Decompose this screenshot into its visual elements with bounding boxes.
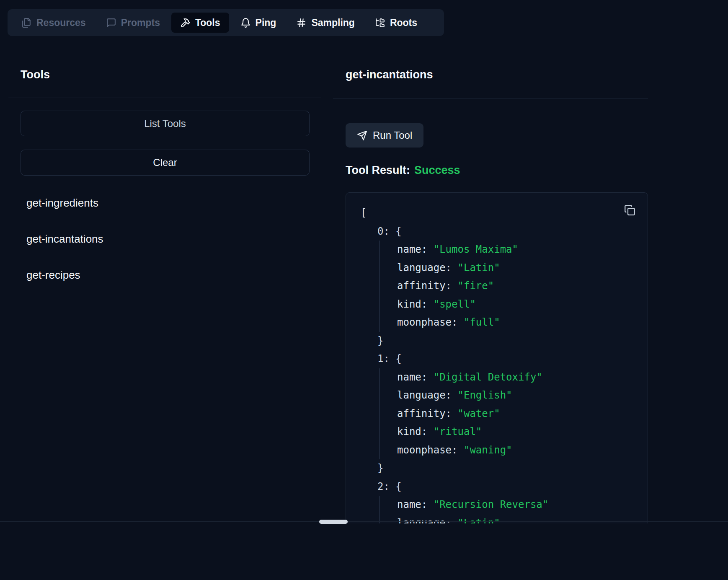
horizontal-scrollbar-thumb[interactable]: [319, 520, 348, 524]
tab-sampling[interactable]: Sampling: [287, 13, 364, 33]
roots-icon: [375, 18, 385, 28]
json-open-bracket: [: [361, 204, 635, 223]
tab-label: Sampling: [311, 17, 355, 28]
tab-label: Tools: [195, 17, 220, 28]
app-viewport: Resources Prompts Tools Ping Sampling: [0, 0, 728, 523]
json-entry: 0: {name: "Lumos Maxima"language: "Latin…: [361, 223, 635, 350]
json-entry-close: }: [361, 332, 635, 350]
json-field: language: "Latin": [397, 259, 635, 277]
json-viewer: [ 0: {name: "Lumos Maxima"language: "Lat…: [361, 204, 635, 523]
tab-label: Roots: [390, 17, 417, 28]
clear-button[interactable]: Clear: [21, 150, 310, 176]
json-field: affinity: "fire": [397, 277, 635, 295]
json-field: language: "English": [397, 386, 635, 405]
tools-panel-title: Tools: [21, 68, 50, 81]
tool-result-status: Success: [414, 164, 460, 176]
json-entry-fields: name: "Digital Detoxify"language: "Engli…: [379, 368, 635, 460]
tab-label: Prompts: [121, 17, 160, 28]
tools-list: get-ingredientsget-incantationsget-recip…: [26, 194, 103, 283]
left-panel-divider: [8, 98, 321, 98]
tab-prompts[interactable]: Prompts: [97, 13, 169, 33]
tool-list-item[interactable]: get-ingredients: [26, 194, 103, 211]
json-field: moonphase: "waning": [397, 441, 635, 460]
json-field: name: "Digital Detoxify": [397, 368, 635, 387]
tab-tools[interactable]: Tools: [171, 13, 229, 33]
resources-icon: [21, 18, 32, 28]
tab-label: Ping: [256, 17, 276, 28]
json-field: affinity: "water": [397, 405, 635, 423]
run-tool-label: Run Tool: [373, 129, 412, 141]
tools-icon: [180, 18, 191, 28]
ping-icon: [240, 18, 251, 28]
tab-label: Resources: [36, 17, 86, 28]
json-field: name: "Lumos Maxima": [397, 241, 635, 259]
tool-list-item[interactable]: get-incantations: [26, 230, 103, 247]
send-icon: [357, 130, 367, 141]
selected-tool-title: get-incantations: [346, 68, 433, 81]
json-entry-open: 0: {: [361, 223, 635, 241]
prompts-icon: [106, 18, 116, 28]
run-tool-button[interactable]: Run Tool: [346, 123, 423, 148]
tool-result-line: Tool Result:Success: [346, 164, 460, 177]
right-panel-divider: [333, 98, 648, 98]
copy-button[interactable]: [622, 203, 637, 217]
json-field: name: "Recursion Reversa": [397, 496, 635, 514]
json-entry-fields: name: "Lumos Maxima"language: "Latin"aff…: [379, 241, 635, 332]
tool-list-item[interactable]: get-recipes: [26, 267, 103, 283]
copy-icon: [622, 205, 637, 216]
tool-result-label: Tool Result:: [346, 164, 410, 176]
json-entry-open: 1: {: [361, 350, 635, 368]
json-field: moonphase: "full": [397, 313, 635, 332]
tab-resources[interactable]: Resources: [13, 13, 95, 33]
top-navigation: Resources Prompts Tools Ping Sampling: [8, 9, 444, 36]
tool-result-json-panel: [ 0: {name: "Lumos Maxima"language: "Lat…: [346, 192, 648, 523]
json-entry: 1: {name: "Digital Detoxify"language: "E…: [361, 350, 635, 478]
list-tools-button[interactable]: List Tools: [21, 111, 310, 136]
json-entry: 2: {name: "Recursion Reversa"language: "…: [361, 478, 635, 524]
json-entry-close: }: [361, 459, 635, 478]
json-field: kind: "ritual": [397, 423, 635, 441]
tab-ping[interactable]: Ping: [232, 13, 285, 33]
sampling-icon: [296, 18, 307, 28]
horizontal-scrollbar[interactable]: [0, 520, 728, 524]
json-entry-open: 2: {: [361, 478, 635, 496]
tab-roots[interactable]: Roots: [366, 13, 426, 33]
json-tree-entries: 0: {name: "Lumos Maxima"language: "Latin…: [361, 223, 635, 524]
json-field: kind: "spell": [397, 295, 635, 314]
